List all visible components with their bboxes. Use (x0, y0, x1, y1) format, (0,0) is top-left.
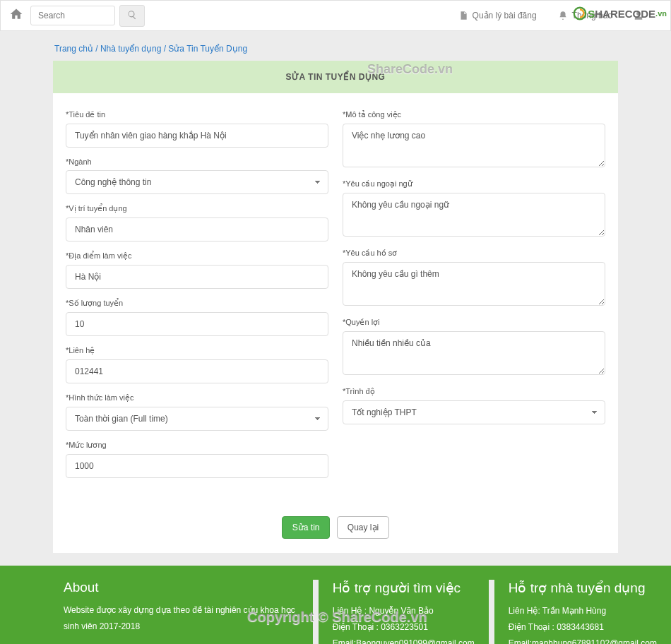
desc-textarea[interactable]: Việc nhẹ lương cao (343, 124, 605, 167)
position-label: *Vị trí tuyển dụng (66, 204, 328, 213)
title-label: *Tiêu đề tin (66, 110, 328, 119)
footer-employer: Hỗ trợ nhà tuyển dụng Liên Hệ: Trần Mạnh… (489, 580, 671, 644)
back-button[interactable]: Quay lại (337, 516, 389, 539)
breadcrumb-current: Sửa Tin Tuyển Dụng (168, 44, 247, 54)
form-card: SỬA TIN TUYỂN DỤNG *Tiêu đề tin *Ngành C… (53, 61, 618, 553)
salary-label: *Mức lương (66, 441, 328, 450)
edu-select[interactable]: Tốt nghiệp THPT (343, 400, 605, 424)
bell-icon (558, 11, 568, 20)
document-icon (458, 11, 468, 20)
cv-textarea[interactable]: Không yêu cầu gì thêm (343, 262, 605, 306)
logo-icon (572, 6, 588, 21)
benefit-textarea[interactable]: Nhiều tiền nhiều của (343, 331, 605, 375)
location-input[interactable] (66, 265, 328, 289)
save-button[interactable]: Sửa tin (282, 516, 331, 539)
seeker-email: Email:Baonguyen091099@gmail.com (333, 636, 475, 644)
lang-label: *Yêu cầu ngoại ngữ (343, 179, 605, 189)
benefit-label: *Quyền lợi (343, 318, 605, 327)
search-button[interactable] (119, 5, 145, 27)
title-input[interactable] (66, 124, 328, 148)
worktype-label: *Hình thức làm việc (66, 393, 328, 402)
employer-contact: Liên Hệ: Trần Mạnh Hùng (509, 603, 657, 619)
manage-posts-link[interactable]: Quản lý bài đăng (458, 11, 537, 20)
salary-input[interactable] (66, 454, 328, 478)
contact-label: *Liên hệ (66, 346, 328, 355)
watermark-top: ShareCode.vn (367, 62, 453, 77)
left-column: *Tiêu đề tin *Ngành Công nghệ thông tin … (66, 110, 328, 488)
position-input[interactable] (66, 217, 328, 242)
quantity-label: *Số lượng tuyển (66, 299, 328, 308)
industry-select[interactable]: Công nghệ thông tin (66, 170, 328, 194)
breadcrumb-employer[interactable]: Nhà tuyển dụng (100, 44, 161, 54)
search-input[interactable] (30, 6, 115, 25)
breadcrumb-home[interactable]: Trang chủ (54, 44, 93, 54)
watermark-bottom: Copyright © ShareCode.vn (247, 609, 427, 625)
employer-email: Email:manhhung67891102@gmail.com (509, 636, 657, 644)
contact-input[interactable] (66, 359, 328, 383)
employer-phone: Điện Thoại : 0383443681 (509, 619, 657, 636)
footer: About Website được xây dựng dựa theo đề … (0, 566, 671, 644)
page-title: SỬA TIN TUYỂN DỤNG (53, 61, 618, 93)
seeker-title: Hỗ trợ người tìm việc (333, 580, 475, 596)
form-buttons: Sửa tin Quay lại (53, 516, 618, 539)
sharecode-logo: SHARECODE.vn (572, 6, 667, 21)
topbar: Quản lý bài đăng Thông báo (0, 0, 671, 31)
manage-posts-label: Quản lý bài đăng (473, 11, 537, 20)
about-title: About (64, 580, 299, 595)
home-icon[interactable] (9, 7, 23, 25)
search-icon (127, 10, 137, 20)
right-column: *Mô tả công việc Việc nhẹ lương cao *Yêu… (343, 110, 605, 488)
breadcrumb: Trang chủ / Nhà tuyển dụng / Sửa Tin Tuy… (53, 38, 618, 61)
cv-label: *Yêu cầu hồ sơ (343, 249, 605, 258)
edu-label: *Trình độ (343, 387, 605, 396)
industry-label: *Ngành (66, 157, 328, 166)
lang-textarea[interactable]: Không yêu cầu ngoại ngữ (343, 193, 605, 237)
location-label: *Địa điểm làm việc (66, 251, 328, 261)
desc-label: *Mô tả công việc (343, 110, 605, 119)
employer-title: Hỗ trợ nhà tuyển dụng (509, 580, 657, 596)
worktype-select[interactable]: Toàn thời gian (Full time) (66, 407, 328, 431)
quantity-input[interactable] (66, 312, 328, 336)
